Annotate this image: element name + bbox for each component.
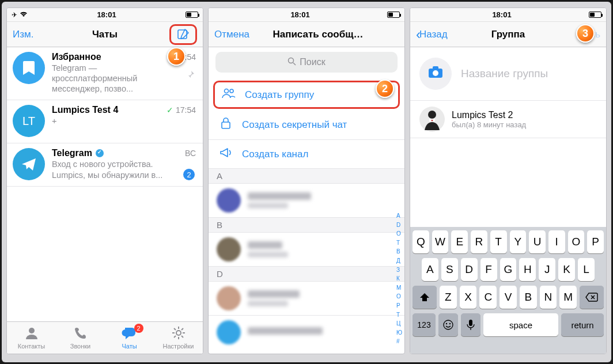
lock-icon bbox=[219, 117, 233, 132]
group-name-input[interactable]: Название группы bbox=[461, 67, 548, 80]
index-letter[interactable]: З bbox=[396, 266, 402, 274]
tab-settings[interactable]: Настройки bbox=[154, 322, 203, 354]
status-time: 18:01 bbox=[97, 10, 116, 19]
index-letter[interactable]: D bbox=[396, 221, 402, 229]
battery-icon bbox=[589, 12, 601, 18]
telegram-avatar bbox=[13, 148, 45, 180]
key-d[interactable]: D bbox=[461, 258, 478, 281]
camera-icon bbox=[428, 66, 443, 82]
back-button[interactable]: ‹ Назад bbox=[416, 29, 456, 40]
emoji-key[interactable] bbox=[438, 313, 458, 336]
contact-row[interactable] bbox=[209, 282, 404, 316]
index-letter[interactable]: T bbox=[396, 239, 402, 247]
index-letter[interactable]: Ю bbox=[396, 329, 402, 337]
svg-point-23 bbox=[444, 320, 453, 329]
key-m[interactable]: M bbox=[559, 286, 577, 309]
index-letter[interactable]: К bbox=[396, 275, 402, 283]
contact-row[interactable] bbox=[209, 316, 404, 349]
dictation-key[interactable] bbox=[461, 313, 480, 336]
alphabet-index[interactable]: ADOTBДЗКМОРТЦЮ# bbox=[396, 211, 402, 347]
key-a[interactable]: A bbox=[422, 258, 438, 281]
key-y[interactable]: Y bbox=[510, 230, 527, 253]
key-r[interactable]: R bbox=[471, 230, 487, 253]
index-letter[interactable]: Р bbox=[396, 302, 402, 310]
status-bar: 18:01 bbox=[410, 8, 606, 22]
member-name: Lumpics Test 2 bbox=[452, 110, 526, 120]
chat-list[interactable]: Избранное17:54 Telegram — кроссплатформе… bbox=[7, 47, 203, 321]
key-e[interactable]: E bbox=[451, 230, 468, 253]
member-row[interactable]: Lumpics Test 2 был(а) 8 минут назад bbox=[410, 101, 606, 138]
nav-title: Написать сообщ… bbox=[232, 29, 404, 40]
avatar bbox=[217, 237, 241, 261]
chat-row-telegram[interactable]: Telegram ВС Вход с нового устройства. Lu… bbox=[7, 143, 203, 187]
key-s[interactable]: S bbox=[441, 258, 458, 281]
index-letter[interactable]: B bbox=[396, 248, 402, 256]
tab-calls[interactable]: Звонки bbox=[56, 322, 105, 354]
index-letter[interactable]: О bbox=[396, 293, 402, 301]
key-g[interactable]: G bbox=[500, 258, 517, 281]
svg-point-14 bbox=[230, 89, 233, 93]
svg-point-24 bbox=[446, 323, 447, 324]
key-l[interactable]: L bbox=[578, 258, 595, 281]
contact-row[interactable] bbox=[209, 233, 404, 267]
chat-preview: Telegram — кроссплатформенный мессенджер… bbox=[52, 63, 184, 94]
index-letter[interactable]: М bbox=[396, 284, 402, 292]
numbers-key[interactable]: 123 bbox=[413, 313, 436, 336]
search-input[interactable]: Поиск bbox=[215, 52, 398, 73]
key-t[interactable]: T bbox=[490, 230, 507, 253]
key-z[interactable]: Z bbox=[440, 286, 457, 309]
tab-contacts[interactable]: Контакты bbox=[7, 322, 56, 354]
chat-name: Избранное bbox=[52, 52, 101, 62]
status-bar: ✈︎ 18:01 bbox=[7, 8, 203, 22]
battery-icon bbox=[387, 12, 400, 18]
edit-button[interactable]: Изм. bbox=[13, 29, 33, 40]
key-q[interactable]: Q bbox=[413, 230, 429, 253]
chat-preview: + bbox=[52, 116, 184, 126]
chat-row-lumpics4[interactable]: LT Lumpics Test 4 ✓17:54 + bbox=[7, 100, 203, 143]
contact-row[interactable] bbox=[209, 184, 404, 218]
group-header-row: Название группы bbox=[410, 47, 606, 101]
group-photo-button[interactable] bbox=[419, 58, 452, 90]
group-icon bbox=[222, 88, 236, 101]
index-letter[interactable]: A bbox=[396, 212, 402, 220]
cancel-button[interactable]: Отмена bbox=[214, 29, 249, 40]
tab-chats[interactable]: 2 Чаты bbox=[105, 322, 154, 354]
key-i[interactable]: I bbox=[548, 230, 565, 253]
backspace-key[interactable] bbox=[580, 286, 604, 309]
menu-create-group[interactable]: Создать группу bbox=[213, 81, 400, 109]
key-p[interactable]: P bbox=[587, 230, 604, 253]
avatar bbox=[217, 286, 241, 310]
key-x[interactable]: X bbox=[460, 286, 477, 309]
key-w[interactable]: W bbox=[432, 230, 449, 253]
key-c[interactable]: C bbox=[479, 286, 497, 309]
key-j[interactable]: J bbox=[539, 258, 555, 281]
key-f[interactable]: F bbox=[480, 258, 497, 281]
callout-1: 1 bbox=[167, 47, 186, 66]
key-n[interactable]: N bbox=[540, 286, 557, 309]
menu-create-secret-chat[interactable]: Создать секретный чат bbox=[209, 110, 404, 140]
index-letter[interactable]: # bbox=[396, 338, 402, 346]
menu-create-channel[interactable]: Создать канал bbox=[209, 140, 404, 169]
key-v[interactable]: V bbox=[500, 286, 517, 309]
index-letter[interactable]: Т bbox=[396, 311, 402, 319]
index-letter[interactable]: Ц bbox=[396, 320, 402, 328]
svg-line-8 bbox=[181, 336, 183, 338]
chats-badge: 2 bbox=[134, 324, 143, 333]
key-h[interactable]: H bbox=[519, 258, 536, 281]
space-key[interactable]: space bbox=[483, 313, 558, 336]
screen-1-chats: ✈︎ 18:01 Изм. Чаты 1 bbox=[6, 7, 203, 354]
shift-key[interactable] bbox=[413, 286, 437, 309]
key-k[interactable]: K bbox=[558, 258, 575, 281]
key-u[interactable]: U bbox=[529, 230, 546, 253]
tab-label: Звонки bbox=[70, 343, 91, 350]
svg-point-18 bbox=[433, 70, 438, 76]
index-letter[interactable]: O bbox=[396, 230, 402, 238]
tab-label: Чаты bbox=[122, 343, 137, 350]
svg-rect-17 bbox=[433, 66, 438, 70]
key-b[interactable]: B bbox=[520, 286, 537, 309]
index-letter[interactable]: Д bbox=[396, 257, 402, 265]
key-o[interactable]: O bbox=[568, 230, 585, 253]
compose-button[interactable] bbox=[169, 24, 197, 45]
return-key[interactable]: return bbox=[561, 313, 604, 336]
svg-rect-15 bbox=[222, 122, 230, 128]
